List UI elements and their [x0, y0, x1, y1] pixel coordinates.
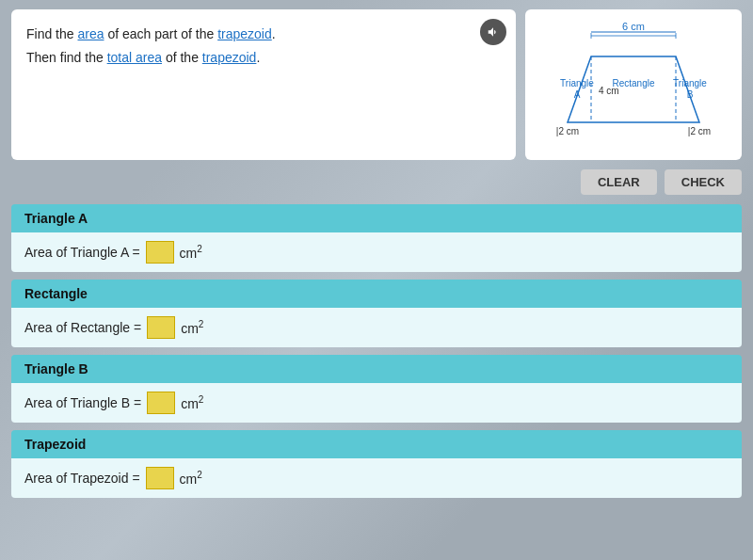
section-header-triangle-a: Triangle A — [11, 204, 742, 232]
section-header-triangle-b: Triangle B — [11, 355, 742, 383]
svg-text:4 cm: 4 cm — [599, 86, 619, 96]
section-header-rectangle: Rectangle — [11, 280, 742, 308]
line1-middle: of each part of the — [104, 26, 218, 41]
section-triangle-a: Triangle AArea of Triangle A = cm2 — [11, 204, 742, 272]
section-trapezoid: TrapezoidArea of Trapezoid = cm2 — [11, 430, 742, 498]
section-body-triangle-a: Area of Triangle A = cm2 — [11, 232, 742, 272]
speaker-icon — [487, 25, 500, 39]
svg-text:Triangle: Triangle — [560, 78, 594, 88]
check-button[interactable]: CHECK — [665, 169, 742, 195]
clear-button[interactable]: CLEAR — [581, 169, 657, 195]
line1-link2: trapezoid — [217, 26, 272, 41]
section-triangle-b: Triangle BArea of Triangle B = cm2 — [11, 355, 742, 423]
line1-link1: area — [77, 26, 104, 41]
section-body-suffix-trapezoid: cm2 — [180, 470, 202, 487]
line2-suffix: . — [256, 50, 260, 65]
answer-input-trapezoid[interactable] — [146, 467, 174, 489]
sections-container: Triangle AArea of Triangle A = cm2Rectan… — [11, 204, 742, 498]
top-section: Find the area of each part of the trapez… — [11, 9, 742, 160]
svg-marker-1 — [568, 56, 699, 122]
section-body-trapezoid: Area of Trapezoid = cm2 — [11, 458, 742, 498]
answer-input-rectangle[interactable] — [147, 316, 175, 339]
line1-prefix: Find the — [26, 26, 77, 41]
svg-text:Triangle: Triangle — [673, 78, 707, 88]
svg-text:|2 cm: |2 cm — [688, 126, 711, 136]
section-header-trapezoid: Trapezoid — [11, 430, 742, 458]
line2-link2: trapezoid — [202, 50, 257, 65]
instruction-text: Find the area of each part of the trapez… — [26, 23, 501, 70]
svg-text:B: B — [687, 89, 694, 100]
top-label: 6 cm — [622, 21, 645, 32]
section-body-prefix-triangle-b: Area of Triangle B = — [24, 395, 141, 410]
svg-text:|2 cm: |2 cm — [556, 126, 579, 136]
line1-suffix: . — [272, 26, 276, 41]
line2-prefix: Then find the — [26, 50, 107, 65]
section-body-triangle-b: Area of Triangle B = cm2 — [11, 383, 742, 423]
line2-middle: of the — [162, 50, 202, 65]
section-body-prefix-trapezoid: Area of Trapezoid = — [24, 471, 140, 486]
main-container: Find the area of each part of the trapez… — [0, 0, 753, 515]
section-body-suffix-triangle-b: cm2 — [181, 394, 203, 411]
trapezoid-diagram: 6 cm Triangle A Rectangle Triangle B 4 c… — [535, 19, 732, 151]
answer-input-triangle-a[interactable] — [146, 241, 174, 264]
speaker-button[interactable] — [480, 19, 506, 45]
section-rectangle: RectangleArea of Rectangle = cm2 — [11, 280, 742, 347]
diagram-card: 6 cm Triangle A Rectangle Triangle B 4 c… — [525, 9, 742, 160]
section-body-prefix-triangle-a: Area of Triangle A = — [24, 245, 140, 260]
section-body-prefix-rectangle: Area of Rectangle = — [24, 320, 141, 335]
buttons-row: CLEAR CHECK — [11, 169, 742, 195]
answer-input-triangle-b[interactable] — [147, 392, 175, 414]
section-body-suffix-rectangle: cm2 — [181, 319, 203, 336]
section-body-suffix-triangle-a: cm2 — [180, 244, 202, 261]
line2-link1: total area — [107, 50, 162, 65]
instruction-card: Find the area of each part of the trapez… — [11, 9, 516, 160]
section-body-rectangle: Area of Rectangle = cm2 — [11, 308, 742, 347]
svg-text:A: A — [574, 89, 581, 100]
